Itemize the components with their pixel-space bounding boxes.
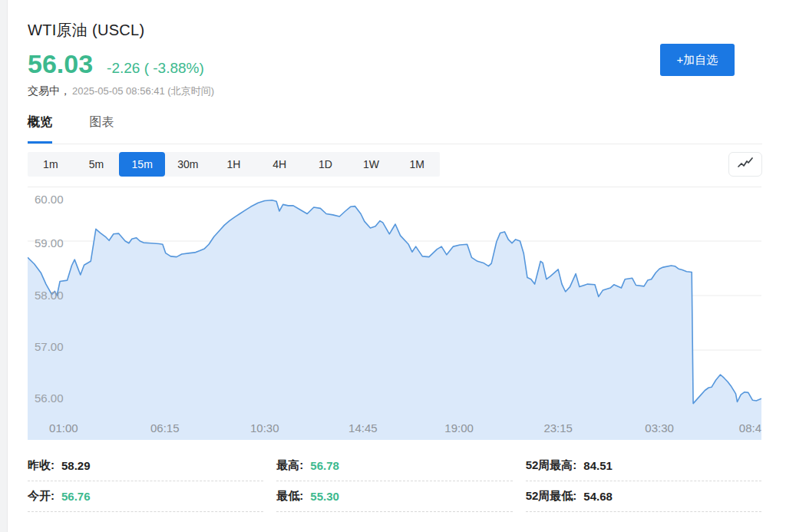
page-title: WTI原油 (USCL) bbox=[28, 20, 762, 41]
stat-value: 56.78 bbox=[310, 459, 339, 472]
stats-grid: 昨收: 58.29 最高: 56.78 52周最高: 84.51 今开: 56.… bbox=[28, 451, 761, 512]
stat-open: 今开: 56.76 bbox=[28, 481, 263, 512]
stat-value: 55.30 bbox=[310, 490, 339, 503]
quote-timestamp: 2025-05-05 08:56:41 (北京时间) bbox=[72, 85, 214, 97]
section-tabs: 概览 图表 bbox=[28, 114, 762, 144]
timeframe-30m[interactable]: 30m bbox=[165, 152, 211, 177]
svg-text:01:00: 01:00 bbox=[49, 421, 78, 435]
stat-52w-low: 52周最低: 54.68 bbox=[526, 481, 761, 512]
svg-text:08:4: 08:4 bbox=[739, 421, 761, 435]
timeframe-1d[interactable]: 1D bbox=[302, 152, 348, 177]
timeframe-5m[interactable]: 5m bbox=[74, 152, 120, 177]
stat-label: 今开: bbox=[28, 489, 54, 504]
timeframe-1w[interactable]: 1W bbox=[348, 152, 395, 177]
trading-status: 交易中， bbox=[28, 84, 71, 97]
stat-high: 最高: 56.78 bbox=[276, 451, 512, 481]
svg-text:06:15: 06:15 bbox=[150, 421, 180, 435]
tab-overview[interactable]: 概览 bbox=[28, 114, 52, 144]
timeframe-15m[interactable]: 15m bbox=[119, 152, 165, 177]
page-left-gutter bbox=[0, 0, 8, 532]
stat-label: 52周最高: bbox=[526, 458, 577, 473]
svg-text:57.00: 57.00 bbox=[35, 340, 64, 353]
stat-label: 52周最低: bbox=[526, 489, 577, 504]
svg-text:56.00: 56.00 bbox=[35, 392, 64, 405]
stat-label: 最低: bbox=[276, 489, 303, 504]
price-change: -2.26 ( -3.88%) bbox=[107, 60, 204, 77]
svg-text:19:00: 19:00 bbox=[444, 421, 474, 435]
stat-value: 54.68 bbox=[583, 490, 613, 503]
stat-label: 昨收: bbox=[28, 458, 54, 473]
timeframe-4h[interactable]: 4H bbox=[256, 152, 302, 177]
price-chart-canvas[interactable]: 60.0059.0058.0057.0056.0001:0006:1510:30… bbox=[28, 187, 761, 440]
svg-text:03:30: 03:30 bbox=[645, 421, 674, 435]
timeframe-1mo[interactable]: 1M bbox=[394, 152, 440, 177]
svg-text:59.00: 59.00 bbox=[35, 236, 64, 249]
trend-line-icon bbox=[737, 157, 754, 172]
stat-value: 58.29 bbox=[61, 459, 91, 472]
stat-prev-close: 昨收: 58.29 bbox=[28, 451, 263, 481]
chart-type-button[interactable] bbox=[728, 152, 762, 177]
price-chart: 60.0059.0058.0057.0056.0001:0006:1510:30… bbox=[28, 187, 761, 440]
trading-status-row: 交易中，2025-05-05 08:56:41 (北京时间) bbox=[28, 84, 762, 98]
stat-label: 最高: bbox=[276, 458, 303, 473]
timeframe-1m[interactable]: 1m bbox=[28, 152, 74, 177]
stat-low: 最低: 55.30 bbox=[276, 481, 512, 512]
svg-text:58.00: 58.00 bbox=[35, 289, 64, 302]
price-row: 56.03 -2.26 ( -3.88%) bbox=[28, 50, 762, 78]
instrument-page: WTI原油 (USCL) 56.03 -2.26 ( -3.88%) 交易中，2… bbox=[28, 0, 762, 512]
tab-chart[interactable]: 图表 bbox=[89, 114, 114, 144]
timeframe-row: 1m 5m 15m 30m 1H 4H 1D 1W 1M bbox=[28, 152, 762, 177]
svg-text:10:30: 10:30 bbox=[250, 421, 279, 435]
stat-value: 84.51 bbox=[583, 459, 613, 472]
timeframe-1h[interactable]: 1H bbox=[211, 152, 257, 177]
last-price: 56.03 bbox=[28, 50, 93, 78]
add-watchlist-button[interactable]: +加自选 bbox=[660, 44, 735, 76]
timeframe-bar: 1m 5m 15m 30m 1H 4H 1D 1W 1M bbox=[28, 152, 440, 177]
svg-text:60.00: 60.00 bbox=[35, 193, 64, 206]
stat-value: 56.76 bbox=[61, 490, 91, 503]
svg-text:23:15: 23:15 bbox=[543, 421, 573, 435]
stat-52w-high: 52周最高: 84.51 bbox=[526, 451, 761, 481]
svg-text:14:45: 14:45 bbox=[348, 421, 378, 435]
